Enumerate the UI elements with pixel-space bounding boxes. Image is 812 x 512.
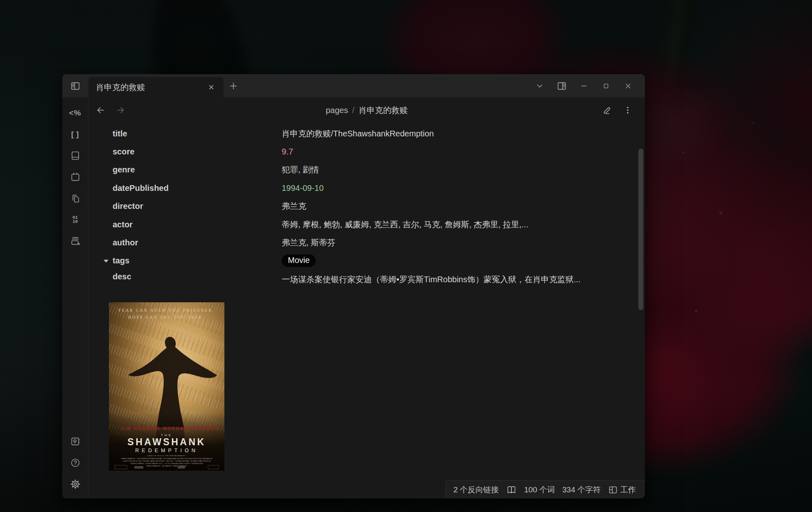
- attribute-row: genre 犯罪, 剧情: [113, 161, 645, 179]
- copy-documents-icon[interactable]: [67, 190, 84, 207]
- template-icon[interactable]: <%: [67, 104, 84, 122]
- back-arrow-icon[interactable]: [93, 103, 108, 118]
- tab-close-icon[interactable]: [205, 81, 218, 94]
- poster-tagline-1: FEAR CAN HOLD YOU PRISONER.: [118, 308, 215, 313]
- status-bar: 2 个反向链接 100 个词 334 个字符: [446, 480, 645, 498]
- poster-studio: CASTLE ROCK ENTERTAINMENT: [147, 455, 186, 457]
- attribute-row: author 弗兰克, 斯蒂芬: [113, 233, 645, 251]
- attribute-value[interactable]: 肖申克的救赎/TheShawshankRedemption: [282, 128, 434, 139]
- poster-credits-1: FRANK DARABONT · TIM ROBBINS MORGAN FREE…: [121, 458, 212, 460]
- close-icon[interactable]: [617, 74, 639, 97]
- attribute-value[interactable]: 犯罪, 剧情: [282, 164, 319, 175]
- tab-bar: 肖申克的救赎: [62, 74, 645, 97]
- attribute-key[interactable]: actor: [113, 220, 282, 229]
- attribute-value[interactable]: 一场谋杀案使银行家安迪（蒂姆•罗宾斯TimRobbins饰）蒙冤入狱，在肖申克监…: [282, 272, 581, 287]
- character-count: 334 个字符: [562, 485, 601, 495]
- collapse-arrow-icon[interactable]: [104, 260, 109, 263]
- poster-credits-2: CLANCY BROWN GIL BELLOWS AND JAMES WHITM…: [122, 460, 211, 462]
- help-icon[interactable]: [67, 454, 84, 471]
- more-kebab-icon[interactable]: [620, 103, 635, 118]
- new-tab-plus-icon[interactable]: [224, 74, 243, 97]
- tab-title: 肖申克的救赎: [96, 82, 205, 93]
- poster-title-main: SHAWSHANK: [127, 437, 206, 447]
- window-controls: [529, 74, 645, 97]
- maximize-icon[interactable]: [595, 74, 617, 97]
- attribute-row: director 弗兰克: [113, 197, 645, 215]
- breadcrumb-document[interactable]: 肖申克的救赎: [359, 105, 408, 116]
- toggle-left-dock-icon[interactable]: [62, 74, 88, 97]
- calendar-icon[interactable]: [67, 168, 84, 186]
- app-window: 肖申克的救赎: [62, 74, 645, 498]
- workspace-switcher[interactable]: 工作: [608, 485, 636, 495]
- attribute-table: title 肖申克的救赎/TheShawshankRedemption scor…: [113, 125, 645, 288]
- attribute-key[interactable]: score: [113, 147, 282, 156]
- attribute-value[interactable]: 1994-09-10: [282, 184, 323, 193]
- backlinks-count[interactable]: 2 个反向链接: [453, 485, 499, 495]
- attribute-value[interactable]: 弗兰克, 斯蒂芬: [282, 237, 335, 248]
- minimize-icon[interactable]: [573, 74, 595, 97]
- poster-cast-left: TIM ROBBINS: [121, 426, 161, 431]
- poster-tagline-2: HOPE CAN SET YOU FREE.: [128, 315, 205, 319]
- breadcrumb-bar: pages / 肖申克的救赎: [88, 97, 645, 123]
- book-open-icon[interactable]: [506, 485, 517, 495]
- attribute-key[interactable]: title: [113, 129, 282, 138]
- poster-cast-right: MORGAN FREEMAN: [163, 426, 219, 431]
- attribute-key[interactable]: director: [113, 202, 282, 211]
- card-add-icon[interactable]: [67, 232, 84, 249]
- safe-lock-icon[interactable]: [67, 433, 84, 450]
- attribute-value[interactable]: Movie: [282, 254, 316, 267]
- attribute-key[interactable]: author: [113, 238, 282, 247]
- attribute-value[interactable]: 蒂姆, 摩根, 鲍勃, 威廉姆, 克兰西, 吉尔, 马克, 詹姆斯, 杰弗里, …: [282, 219, 528, 230]
- attribute-row: tags Movie: [113, 252, 645, 270]
- poster-credits-3: TERENCE MARSH · ROGER DEAKINS, B.S.C. · …: [130, 463, 203, 464]
- attribute-row: score 9.7: [113, 143, 645, 161]
- attribute-row: datePublished 1994-09-10: [113, 179, 645, 197]
- movie-poster-image[interactable]: FEAR CAN HOLD YOU PRISONER. HOPE CAN SET…: [109, 302, 645, 471]
- attribute-value[interactable]: 弗兰克: [282, 201, 306, 212]
- chevron-down-icon[interactable]: [529, 74, 551, 97]
- attribute-key[interactable]: desc: [113, 272, 282, 281]
- left-dock: <% [ ]: [62, 97, 88, 498]
- poster-title-sub: REDEMPTION: [135, 448, 198, 453]
- settings-gear-icon[interactable]: [67, 476, 84, 493]
- document-tab[interactable]: 肖申克的救赎: [88, 77, 224, 97]
- attribute-value[interactable]: 9.7: [282, 147, 293, 156]
- binary-flashcard-icon[interactable]: 0110: [67, 211, 84, 228]
- attribute-row: title 肖申克的救赎/TheShawshankRedemption: [113, 125, 645, 143]
- attribute-row: actor 蒂姆, 摩根, 鲍勃, 威廉姆, 克兰西, 吉尔, 马克, 詹姆斯,…: [113, 215, 645, 233]
- editor-area: pages / 肖申克的救赎: [88, 97, 645, 498]
- notebook-icon[interactable]: [67, 147, 84, 164]
- breadcrumb-notebook[interactable]: pages: [326, 106, 348, 115]
- bracket-icon[interactable]: [ ]: [67, 126, 84, 143]
- breadcrumb-separator: /: [352, 106, 355, 115]
- forward-arrow-icon[interactable]: [113, 103, 128, 118]
- attribute-key[interactable]: datePublished: [113, 184, 282, 193]
- attribute-key[interactable]: genre: [113, 165, 282, 174]
- workspace-icon: [608, 485, 618, 495]
- toggle-right-dock-icon[interactable]: [551, 74, 573, 97]
- word-count: 100 个词: [524, 485, 555, 495]
- edit-pencil-icon[interactable]: [600, 103, 615, 118]
- vertical-scrollbar[interactable]: [638, 149, 643, 310]
- attribute-key[interactable]: tags: [113, 256, 282, 265]
- breadcrumb: pages / 肖申克的救赎: [326, 105, 407, 116]
- attribute-row: desc 一场谋杀案使银行家安迪（蒂姆•罗宾斯TimRobbins饰）蒙冤入狱，…: [113, 270, 645, 288]
